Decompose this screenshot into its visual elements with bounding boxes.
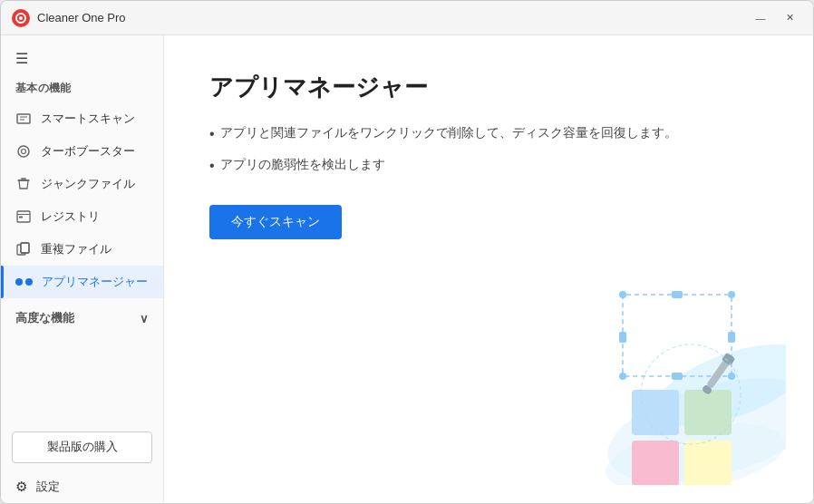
purchase-button[interactable]: 製品版の購入 [12,431,152,463]
feature-text-1: アプリと関連ファイルをワンクリックで削除して、ディスク容量を回復します。 [220,125,677,141]
titlebar: Cleaner One Pro — ✕ [1,1,813,35]
feature-item-1: アプリと関連ファイルをワンクリックで削除して、ディスク容量を回復します。 [209,125,768,144]
svg-point-3 [18,146,29,157]
settings-label: 設定 [36,479,60,495]
turbo-booster-label: ターボブースター [41,143,135,160]
registry-icon [15,208,32,225]
app-title: Cleaner One Pro [37,11,748,24]
svg-rect-25 [684,390,732,435]
settings-icon: ⚙ [15,479,27,495]
sidebar-advanced-section[interactable]: 高度な機能 ∨ [1,302,163,334]
sidebar-settings[interactable]: ⚙ 設定 [1,470,163,503]
minimize-button[interactable]: — [748,8,773,28]
feature-text-2: アプリの脆弱性を検出します [220,157,385,173]
svg-rect-27 [684,441,732,485]
content-area: ☰ 基本の機能 スマートスキャン [1,35,813,503]
app-logo [12,9,30,27]
junk-icon [15,176,32,192]
window-controls: — ✕ [748,8,802,28]
sidebar-item-duplicate-files[interactable]: 重複ファイル [1,233,163,266]
close-button[interactable]: ✕ [777,8,802,28]
sidebar: ☰ 基本の機能 スマートスキャン [1,35,164,503]
page-title: アプリマネージャー [209,72,768,103]
svg-point-17 [728,291,735,298]
smart-scan-icon [15,111,32,127]
turbo-icon [15,143,32,160]
hamburger-icon[interactable]: ☰ [1,46,163,78]
svg-rect-8 [19,217,23,218]
app-manager-label: アプリマネージャー [42,274,148,290]
scan-now-button[interactable]: 今すぐスキャン [209,205,342,239]
duplicate-icon [15,241,32,257]
smart-scan-label: スマートスキャン [41,111,135,127]
registry-label: レジストリ [41,208,100,225]
svg-rect-20 [672,291,683,298]
svg-rect-24 [632,390,679,435]
duplicate-files-label: 重複ファイル [41,241,111,257]
main-panel: アプリマネージャー アプリと関連ファイルをワンクリックで削除して、ディスク容量を… [164,35,813,503]
junk-files-label: ジャンクファイル [41,176,135,192]
svg-rect-23 [728,332,735,343]
basic-section-label: 基本の機能 [1,78,163,102]
advanced-section-label: 高度な機能 [15,310,74,326]
svg-rect-21 [672,373,683,380]
sidebar-item-smart-scan[interactable]: スマートスキャン [1,102,163,135]
feature-list: アプリと関連ファイルをワンクリックで削除して、ディスク容量を回復します。 アプリ… [209,125,768,176]
sidebar-item-app-manager[interactable]: アプリマネージャー [1,266,163,298]
svg-rect-26 [632,441,679,485]
sidebar-item-registry[interactable]: レジストリ [1,200,163,233]
sidebar-item-turbo-booster[interactable]: ターボブースター [1,135,163,168]
svg-point-18 [619,373,626,380]
chevron-down-icon: ∨ [140,312,149,325]
svg-rect-10 [21,243,29,253]
svg-point-19 [728,373,735,380]
svg-rect-0 [17,114,30,123]
feature-item-2: アプリの脆弱性を検出します [209,157,768,176]
sidebar-item-junk-files[interactable]: ジャンクファイル [1,168,163,200]
sidebar-spacer [1,334,163,424]
svg-rect-22 [619,332,626,343]
app-manager-icon [15,278,33,286]
logo-icon [15,13,26,24]
app-window: Cleaner One Pro — ✕ ☰ 基本の機能 スマートスキャン [0,0,814,504]
svg-point-4 [22,150,26,154]
svg-point-16 [619,291,626,298]
illustration [514,249,786,485]
